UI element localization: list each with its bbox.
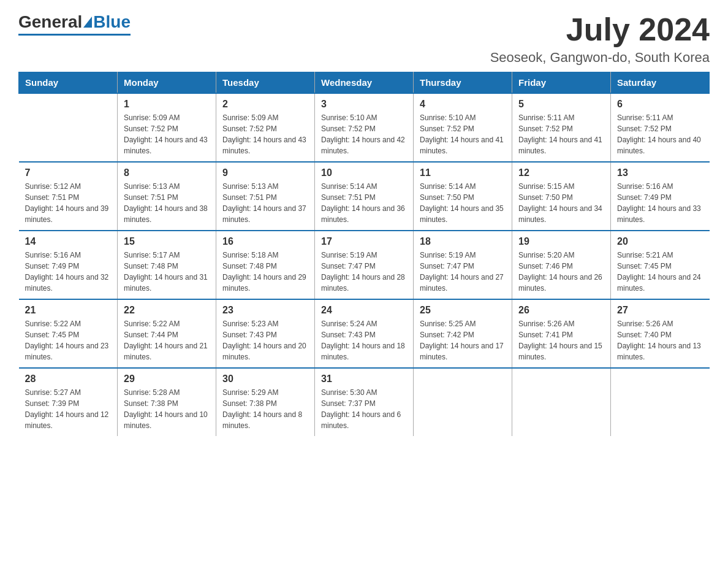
day-number: 26 bbox=[518, 305, 604, 316]
day-of-week-header: Wednesday bbox=[315, 72, 414, 94]
day-info: Sunrise: 5:11 AMSunset: 7:52 PMDaylight:… bbox=[617, 112, 703, 156]
day-info: Sunrise: 5:22 AMSunset: 7:45 PMDaylight:… bbox=[25, 318, 112, 362]
month-year-title: July 2024 bbox=[490, 12, 710, 47]
day-number: 27 bbox=[617, 305, 703, 316]
calendar-day-cell: 11Sunrise: 5:14 AMSunset: 7:50 PMDayligh… bbox=[414, 162, 512, 231]
calendar-day-cell bbox=[512, 368, 611, 436]
day-info: Sunrise: 5:10 AMSunset: 7:52 PMDaylight:… bbox=[420, 112, 506, 156]
location-subtitle: Seoseok, Gangwon-do, South Korea bbox=[490, 50, 710, 66]
day-number: 16 bbox=[222, 236, 308, 247]
day-info: Sunrise: 5:11 AMSunset: 7:52 PMDaylight:… bbox=[518, 112, 604, 156]
day-info: Sunrise: 5:29 AMSunset: 7:38 PMDaylight:… bbox=[222, 387, 308, 431]
day-info: Sunrise: 5:09 AMSunset: 7:52 PMDaylight:… bbox=[222, 112, 308, 156]
day-info: Sunrise: 5:27 AMSunset: 7:39 PMDaylight:… bbox=[25, 387, 112, 431]
day-info: Sunrise: 5:21 AMSunset: 7:45 PMDaylight:… bbox=[617, 250, 703, 294]
day-number: 29 bbox=[124, 373, 210, 385]
day-info: Sunrise: 5:13 AMSunset: 7:51 PMDaylight:… bbox=[124, 181, 210, 225]
day-info: Sunrise: 5:17 AMSunset: 7:48 PMDaylight:… bbox=[124, 250, 210, 294]
day-number: 13 bbox=[617, 167, 703, 178]
day-info: Sunrise: 5:24 AMSunset: 7:43 PMDaylight:… bbox=[321, 318, 407, 362]
day-number: 2 bbox=[222, 99, 308, 110]
calendar-day-cell: 29Sunrise: 5:28 AMSunset: 7:38 PMDayligh… bbox=[118, 368, 216, 436]
calendar-week-row: 7Sunrise: 5:12 AMSunset: 7:51 PMDaylight… bbox=[19, 162, 710, 231]
calendar-day-cell: 23Sunrise: 5:23 AMSunset: 7:43 PMDayligh… bbox=[216, 299, 315, 368]
day-number: 17 bbox=[321, 236, 407, 247]
calendar-day-cell: 7Sunrise: 5:12 AMSunset: 7:51 PMDaylight… bbox=[19, 162, 118, 231]
title-section: July 2024 Seoseok, Gangwon-do, South Kor… bbox=[490, 12, 710, 66]
calendar-day-cell: 19Sunrise: 5:20 AMSunset: 7:46 PMDayligh… bbox=[512, 231, 611, 299]
day-number: 12 bbox=[518, 167, 604, 178]
day-info: Sunrise: 5:19 AMSunset: 7:47 PMDaylight:… bbox=[321, 250, 407, 294]
day-number: 8 bbox=[124, 167, 210, 178]
day-info: Sunrise: 5:15 AMSunset: 7:50 PMDaylight:… bbox=[518, 181, 604, 225]
day-number: 19 bbox=[518, 236, 604, 247]
day-number: 5 bbox=[518, 99, 604, 110]
calendar-day-cell bbox=[19, 93, 118, 162]
calendar-day-cell: 28Sunrise: 5:27 AMSunset: 7:39 PMDayligh… bbox=[19, 368, 118, 436]
day-of-week-header: Sunday bbox=[19, 72, 118, 94]
day-number: 11 bbox=[420, 167, 506, 178]
logo-underline bbox=[18, 34, 131, 36]
day-info: Sunrise: 5:16 AMSunset: 7:49 PMDaylight:… bbox=[617, 181, 703, 225]
calendar-day-cell: 3Sunrise: 5:10 AMSunset: 7:52 PMDaylight… bbox=[315, 93, 414, 162]
day-number: 23 bbox=[222, 305, 308, 316]
calendar-day-cell: 9Sunrise: 5:13 AMSunset: 7:51 PMDaylight… bbox=[216, 162, 315, 231]
calendar-day-cell: 13Sunrise: 5:16 AMSunset: 7:49 PMDayligh… bbox=[611, 162, 710, 231]
calendar-day-cell: 21Sunrise: 5:22 AMSunset: 7:45 PMDayligh… bbox=[19, 299, 118, 368]
calendar-day-cell: 31Sunrise: 5:30 AMSunset: 7:37 PMDayligh… bbox=[315, 368, 414, 436]
calendar-day-cell: 20Sunrise: 5:21 AMSunset: 7:45 PMDayligh… bbox=[611, 231, 710, 299]
day-number: 24 bbox=[321, 305, 407, 316]
days-of-week-row: SundayMondayTuesdayWednesdayThursdayFrid… bbox=[19, 72, 710, 94]
day-info: Sunrise: 5:13 AMSunset: 7:51 PMDaylight:… bbox=[222, 181, 308, 225]
day-of-week-header: Tuesday bbox=[216, 72, 315, 94]
logo-blue: Blue bbox=[93, 12, 131, 32]
day-info: Sunrise: 5:23 AMSunset: 7:43 PMDaylight:… bbox=[222, 318, 308, 362]
calendar-day-cell: 22Sunrise: 5:22 AMSunset: 7:44 PMDayligh… bbox=[118, 299, 216, 368]
day-info: Sunrise: 5:22 AMSunset: 7:44 PMDaylight:… bbox=[124, 318, 210, 362]
day-number: 10 bbox=[321, 167, 407, 178]
calendar-day-cell: 14Sunrise: 5:16 AMSunset: 7:49 PMDayligh… bbox=[19, 231, 118, 299]
calendar-week-row: 14Sunrise: 5:16 AMSunset: 7:49 PMDayligh… bbox=[19, 231, 710, 299]
calendar-day-cell: 26Sunrise: 5:26 AMSunset: 7:41 PMDayligh… bbox=[512, 299, 611, 368]
calendar-week-row: 28Sunrise: 5:27 AMSunset: 7:39 PMDayligh… bbox=[19, 368, 710, 436]
day-number: 28 bbox=[25, 373, 112, 385]
day-of-week-header: Thursday bbox=[414, 72, 512, 94]
calendar-week-row: 1Sunrise: 5:09 AMSunset: 7:52 PMDaylight… bbox=[19, 93, 710, 162]
day-number: 30 bbox=[222, 373, 308, 385]
day-number: 18 bbox=[420, 236, 506, 247]
calendar-day-cell: 2Sunrise: 5:09 AMSunset: 7:52 PMDaylight… bbox=[216, 93, 315, 162]
day-info: Sunrise: 5:26 AMSunset: 7:41 PMDaylight:… bbox=[518, 318, 604, 362]
day-of-week-header: Friday bbox=[512, 72, 611, 94]
calendar-day-cell: 17Sunrise: 5:19 AMSunset: 7:47 PMDayligh… bbox=[315, 231, 414, 299]
day-number: 22 bbox=[124, 305, 210, 316]
calendar-day-cell: 16Sunrise: 5:18 AMSunset: 7:48 PMDayligh… bbox=[216, 231, 315, 299]
calendar-day-cell bbox=[611, 368, 710, 436]
calendar-day-cell: 25Sunrise: 5:25 AMSunset: 7:42 PMDayligh… bbox=[414, 299, 512, 368]
day-number: 7 bbox=[25, 167, 112, 178]
calendar-day-cell: 15Sunrise: 5:17 AMSunset: 7:48 PMDayligh… bbox=[118, 231, 216, 299]
day-info: Sunrise: 5:26 AMSunset: 7:40 PMDaylight:… bbox=[617, 318, 703, 362]
day-number: 14 bbox=[25, 236, 112, 247]
day-info: Sunrise: 5:19 AMSunset: 7:47 PMDaylight:… bbox=[420, 250, 506, 294]
calendar-day-cell bbox=[414, 368, 512, 436]
day-number: 20 bbox=[617, 236, 703, 247]
day-of-week-header: Monday bbox=[118, 72, 216, 94]
logo-text: General Blue bbox=[18, 12, 131, 32]
day-info: Sunrise: 5:14 AMSunset: 7:50 PMDaylight:… bbox=[420, 181, 506, 225]
calendar-day-cell: 18Sunrise: 5:19 AMSunset: 7:47 PMDayligh… bbox=[414, 231, 512, 299]
day-info: Sunrise: 5:12 AMSunset: 7:51 PMDaylight:… bbox=[25, 181, 112, 225]
day-info: Sunrise: 5:20 AMSunset: 7:46 PMDaylight:… bbox=[518, 250, 604, 294]
day-of-week-header: Saturday bbox=[611, 72, 710, 94]
day-info: Sunrise: 5:18 AMSunset: 7:48 PMDaylight:… bbox=[222, 250, 308, 294]
calendar-day-cell: 4Sunrise: 5:10 AMSunset: 7:52 PMDaylight… bbox=[414, 93, 512, 162]
calendar-day-cell: 30Sunrise: 5:29 AMSunset: 7:38 PMDayligh… bbox=[216, 368, 315, 436]
calendar-day-cell: 27Sunrise: 5:26 AMSunset: 7:40 PMDayligh… bbox=[611, 299, 710, 368]
calendar-day-cell: 24Sunrise: 5:24 AMSunset: 7:43 PMDayligh… bbox=[315, 299, 414, 368]
day-info: Sunrise: 5:30 AMSunset: 7:37 PMDaylight:… bbox=[321, 387, 407, 431]
day-info: Sunrise: 5:09 AMSunset: 7:52 PMDaylight:… bbox=[124, 112, 210, 156]
calendar-week-row: 21Sunrise: 5:22 AMSunset: 7:45 PMDayligh… bbox=[19, 299, 710, 368]
day-number: 21 bbox=[25, 305, 112, 316]
day-number: 15 bbox=[124, 236, 210, 247]
calendar-day-cell: 6Sunrise: 5:11 AMSunset: 7:52 PMDaylight… bbox=[611, 93, 710, 162]
calendar-day-cell: 8Sunrise: 5:13 AMSunset: 7:51 PMDaylight… bbox=[118, 162, 216, 231]
